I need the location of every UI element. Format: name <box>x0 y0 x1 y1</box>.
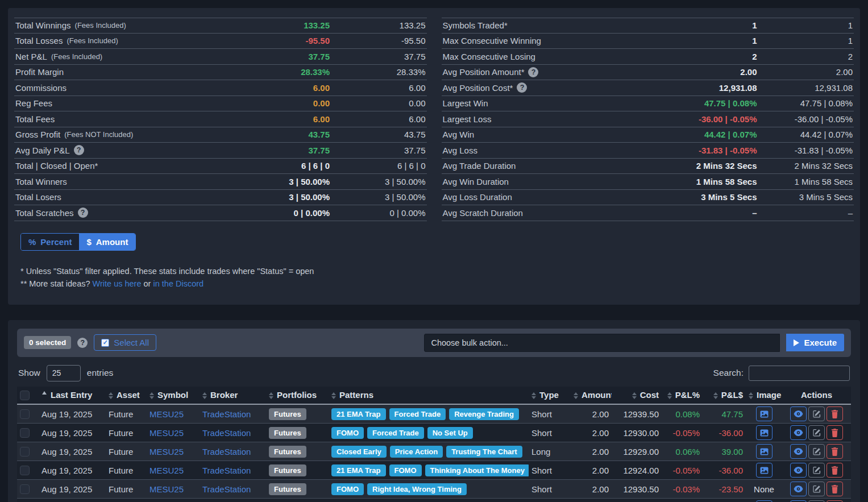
dollar-icon: $ <box>86 237 91 247</box>
cell-amount: 2.00 <box>571 404 612 424</box>
column-header-symbol[interactable]: Symbol <box>147 387 200 405</box>
row-checkbox[interactable] <box>20 428 30 438</box>
broker-link[interactable]: TradeStation <box>202 484 251 494</box>
sort-arrows-icon[interactable] <box>632 392 637 399</box>
pattern-badge[interactable]: Trusting The Chart <box>446 446 522 458</box>
stat-row: Avg Scratch Duration – – <box>442 205 854 221</box>
sort-arrows-icon[interactable] <box>667 392 672 399</box>
view-button[interactable] <box>790 425 807 440</box>
select-all-button[interactable]: ✓ Select All <box>94 334 156 351</box>
edit-icon <box>813 485 821 493</box>
symbol-link[interactable]: MESU25 <box>149 466 184 475</box>
broker-link[interactable]: TradeStation <box>202 447 251 457</box>
portfolio-badge[interactable]: Futures <box>269 446 306 458</box>
symbol-link[interactable]: MESU25 <box>149 484 184 494</box>
symbol-link[interactable]: MESU25 <box>149 447 184 457</box>
sort-arrows-icon[interactable] <box>149 392 154 399</box>
image-button[interactable] <box>756 406 773 421</box>
search-input[interactable] <box>749 366 850 381</box>
view-button[interactable] <box>790 444 807 459</box>
pattern-badge[interactable]: 21 EMA Trap <box>331 464 386 476</box>
column-header-broker[interactable]: Broker <box>200 387 266 405</box>
delete-button[interactable] <box>827 463 843 478</box>
pattern-badge[interactable]: Right Idea, Wrong Timing <box>367 483 467 495</box>
pattern-badge[interactable]: Forced Trade <box>367 427 424 439</box>
column-header-p-amp-l-[interactable]: P&L$ <box>703 387 746 405</box>
edit-button[interactable] <box>808 444 825 459</box>
portfolio-badge[interactable]: Futures <box>269 483 306 495</box>
cell-pnl-percent: -0.05% <box>662 461 703 480</box>
edit-button[interactable] <box>808 463 825 478</box>
column-header-image[interactable]: Image <box>746 387 782 405</box>
sort-arrows-icon[interactable] <box>269 392 273 399</box>
view-button[interactable] <box>790 463 807 478</box>
image-button[interactable] <box>756 425 773 440</box>
stat-label: Avg Trade Duration <box>442 161 652 171</box>
pattern-badge[interactable]: FOMO <box>331 483 364 495</box>
edit-button[interactable] <box>808 425 825 440</box>
delete-button[interactable] <box>827 406 843 421</box>
row-checkbox[interactable] <box>20 466 30 475</box>
broker-link[interactable]: TradeStation <box>202 409 251 419</box>
view-button[interactable] <box>790 406 807 421</box>
write-us-link[interactable]: Write us here <box>93 279 142 288</box>
pattern-badge[interactable]: Thinking About The Money <box>425 464 529 476</box>
bulk-action-select[interactable]: Choose bulk action... <box>424 334 780 352</box>
symbol-link[interactable]: MESU25 <box>149 409 184 419</box>
broker-link[interactable]: TradeStation <box>202 428 251 438</box>
portfolio-badge[interactable]: Futures <box>269 464 306 476</box>
portfolio-badge[interactable]: Futures <box>269 408 306 420</box>
discord-link[interactable]: in the Discord <box>153 279 203 288</box>
table-body: Aug 19, 2025 Future MESU25 TradeStation … <box>17 404 851 502</box>
sort-arrows-icon[interactable] <box>531 392 536 399</box>
pattern-badge[interactable]: Closed Early <box>331 446 387 458</box>
bulk-help-icon[interactable]: ? <box>77 338 88 348</box>
delete-button[interactable] <box>827 425 843 440</box>
column-header-patterns[interactable]: Patterns <box>329 387 529 405</box>
sort-ascending-icon[interactable] <box>42 391 47 395</box>
sort-arrows-icon[interactable] <box>202 392 207 399</box>
image-button[interactable] <box>756 463 773 478</box>
row-checkbox[interactable] <box>20 447 30 457</box>
pattern-badge[interactable]: FOMO <box>331 427 364 439</box>
column-header-type[interactable]: Type <box>529 387 571 405</box>
sort-arrows-icon[interactable] <box>749 392 753 399</box>
sort-arrows-icon[interactable] <box>331 392 336 399</box>
column-header-amount[interactable]: Amount <box>571 387 612 405</box>
pattern-badge[interactable]: FOMO <box>389 464 422 476</box>
sort-arrows-icon[interactable] <box>574 392 578 399</box>
edit-button[interactable] <box>808 482 825 496</box>
percent-toggle-button[interactable]: % Percent <box>21 234 79 250</box>
column-header-cost[interactable]: Cost <box>612 387 662 405</box>
row-checkbox[interactable] <box>20 409 30 419</box>
column-header-p-amp-l-[interactable]: P&L% <box>662 387 703 405</box>
delete-button[interactable] <box>827 482 843 496</box>
help-icon[interactable]: ? <box>517 82 527 93</box>
portfolio-badge[interactable]: Futures <box>269 427 306 439</box>
sort-arrows-icon[interactable] <box>713 392 718 399</box>
edit-button[interactable] <box>808 406 825 421</box>
delete-button[interactable] <box>827 444 843 459</box>
image-button[interactable] <box>756 444 773 459</box>
help-icon[interactable]: ? <box>78 208 88 218</box>
pattern-badge[interactable]: No Set Up <box>427 427 473 439</box>
pattern-badge[interactable]: 21 EMA Trap <box>331 408 386 420</box>
row-checkbox[interactable] <box>20 484 30 494</box>
broker-link[interactable]: TradeStation <box>202 466 251 475</box>
sort-arrows-icon[interactable] <box>109 392 113 399</box>
pattern-badge[interactable]: Revenge Trading <box>449 408 519 420</box>
header-checkbox[interactable] <box>20 391 30 400</box>
pattern-badge[interactable]: Price Action <box>390 446 443 458</box>
amount-toggle-label: Amount <box>96 237 128 247</box>
column-header-asset[interactable]: Asset <box>106 387 147 405</box>
help-icon[interactable]: ? <box>528 67 538 77</box>
view-button[interactable] <box>790 482 807 496</box>
column-header-portfolios[interactable]: Portfolios <box>266 387 329 405</box>
pattern-badge[interactable]: Forced Trade <box>389 408 446 420</box>
amount-toggle-button[interactable]: $ Amount <box>79 234 135 250</box>
symbol-link[interactable]: MESU25 <box>149 428 184 438</box>
help-icon[interactable]: ? <box>74 145 84 155</box>
page-size-input[interactable] <box>47 365 81 381</box>
column-header-last-entry[interactable]: Last Entry <box>39 387 106 405</box>
execute-button[interactable]: Execute <box>786 334 844 351</box>
